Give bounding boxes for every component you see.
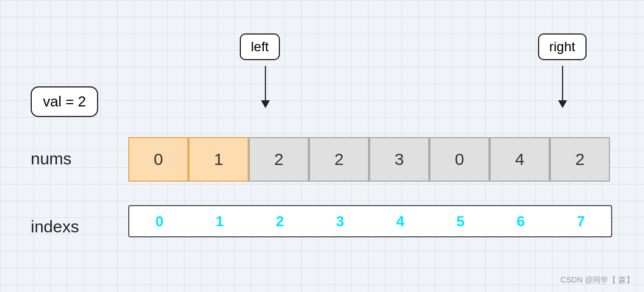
index-cell-5: 5 — [430, 206, 491, 236]
nums-label: nums — [31, 149, 71, 168]
watermark: CSDN @同学【 森】 — [560, 275, 634, 285]
index-array: 01234567 — [128, 205, 612, 237]
right-arrow-head — [558, 100, 567, 108]
left-arrow-head — [261, 100, 270, 108]
array-cell-7: 2 — [550, 137, 610, 182]
array-cell-6: 4 — [490, 137, 550, 182]
index-cell-0: 0 — [129, 206, 190, 236]
val-box: val = 2 — [31, 86, 98, 117]
array-cell-0: 0 — [128, 137, 188, 182]
array-cell-2: 2 — [249, 137, 309, 182]
index-cell-7: 7 — [551, 206, 611, 236]
index-cell-2: 2 — [250, 206, 310, 236]
left-arrow — [261, 66, 270, 108]
array-cell-3: 2 — [309, 137, 369, 182]
val-label: val = 2 — [43, 93, 86, 110]
array-cell-5: 0 — [429, 137, 490, 182]
left-pointer-label: left — [251, 39, 269, 54]
index-cell-1: 1 — [190, 206, 250, 236]
indexs-label: indexs — [31, 217, 79, 236]
array-cell-4: 3 — [369, 137, 429, 182]
left-pointer-box: left — [240, 33, 280, 60]
index-cell-4: 4 — [370, 206, 430, 236]
right-arrow — [558, 66, 567, 108]
left-arrow-line — [265, 66, 267, 100]
index-cell-3: 3 — [310, 206, 370, 236]
right-pointer-label: right — [549, 39, 575, 54]
array-cell-1: 1 — [188, 137, 249, 182]
index-cell-6: 6 — [491, 206, 551, 236]
right-arrow-line — [562, 66, 564, 100]
right-pointer-box: right — [538, 33, 587, 60]
nums-array: 01223042 — [128, 137, 610, 182]
